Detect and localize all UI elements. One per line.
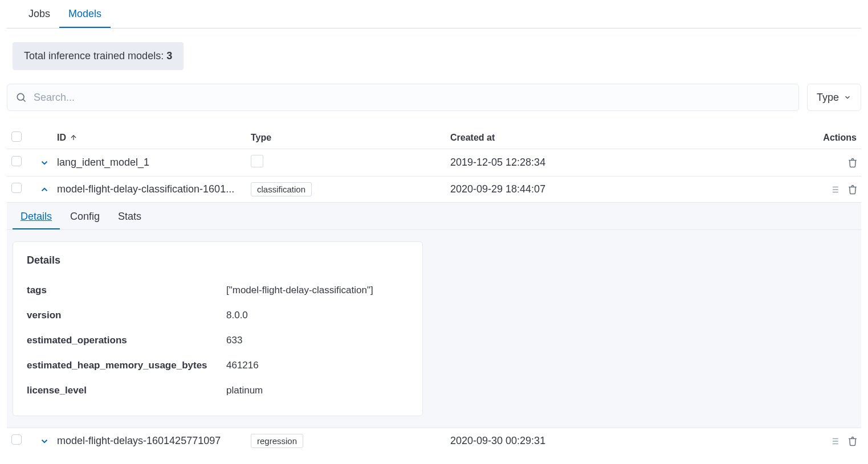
table-row: model-flight-delay-classification-1601..… [7, 176, 861, 203]
table-row: lang_ident_model_1 2019-12-05 12:28:34 [7, 149, 861, 176]
svg-point-0 [17, 93, 24, 100]
expanded-panel: Details Config Stats Details tags ["mode… [7, 203, 861, 428]
column-header-created-at[interactable]: Created at [450, 133, 781, 143]
detail-row: tags ["model-flight-delay-classification… [27, 278, 409, 303]
type-filter-button[interactable]: Type [807, 84, 861, 111]
column-header-actions: Actions [781, 133, 861, 143]
collapse-toggle[interactable] [32, 184, 57, 195]
trash-icon [847, 184, 858, 195]
detail-key: estimated_operations [27, 335, 226, 346]
detail-value: ["model-flight-delay-classification"] [226, 285, 409, 296]
detail-key: tags [27, 285, 226, 296]
details-card: Details tags ["model-flight-delay-classi… [13, 241, 423, 416]
list-icon [829, 184, 840, 195]
summary-label: Total inference trained models: [24, 50, 166, 61]
type-filter-label: Type [817, 92, 839, 104]
list-icon [829, 436, 840, 446]
type-badge: regression [251, 434, 303, 448]
chevron-down-icon [39, 436, 50, 446]
expand-toggle[interactable] [32, 436, 57, 446]
table-row: model-flight-delays-1601425771097 regres… [7, 428, 861, 454]
row-checkbox[interactable] [11, 434, 22, 445]
arrow-up-icon [70, 134, 78, 142]
type-badge: classification [251, 182, 312, 196]
detail-value: platinum [226, 385, 409, 396]
sub-tab-details[interactable]: Details [13, 203, 60, 229]
chevron-up-icon [39, 184, 50, 195]
expand-toggle[interactable] [32, 158, 57, 168]
search-row: Type [7, 84, 861, 111]
detail-value: 633 [226, 335, 409, 346]
row-created-at: 2020-09-29 18:44:07 [450, 183, 781, 195]
detail-value: 8.0.0 [226, 310, 409, 321]
tab-models[interactable]: Models [59, 0, 111, 28]
detail-key: license_level [27, 385, 226, 396]
chevron-down-icon [843, 93, 851, 101]
trash-icon [847, 436, 858, 446]
tab-jobs[interactable]: Jobs [19, 0, 59, 28]
detail-row: license_level platinum [27, 378, 409, 403]
row-id: model-flight-delay-classification-1601..… [57, 183, 251, 195]
row-id: model-flight-delays-1601425771097 [57, 435, 251, 447]
trash-icon [847, 158, 858, 168]
details-title: Details [27, 254, 409, 266]
detail-row: estimated_operations 633 [27, 328, 409, 353]
delete-button[interactable] [847, 184, 858, 195]
sub-tabs: Details Config Stats [7, 203, 861, 230]
delete-button[interactable] [847, 158, 858, 168]
svg-line-1 [23, 100, 26, 102]
row-checkbox[interactable] [11, 156, 22, 166]
main-tabs: Jobs Models [7, 0, 861, 28]
delete-button[interactable] [847, 436, 858, 446]
sub-tab-config[interactable]: Config [62, 203, 108, 229]
detail-row: version 8.0.0 [27, 303, 409, 328]
row-checkbox[interactable] [11, 183, 22, 193]
total-models-summary: Total inference trained models: 3 [13, 42, 184, 70]
detail-row: estimated_heap_memory_usage_bytes 461216 [27, 353, 409, 378]
detail-value: 461216 [226, 360, 409, 371]
sub-tab-stats[interactable]: Stats [110, 203, 149, 229]
row-created-at: 2020-09-30 00:29:31 [450, 435, 781, 447]
column-header-id[interactable]: ID [57, 133, 251, 143]
list-button[interactable] [829, 436, 840, 446]
detail-key: version [27, 310, 226, 321]
search-input[interactable] [27, 92, 790, 104]
detail-key: estimated_heap_memory_usage_bytes [27, 360, 226, 371]
list-button[interactable] [829, 184, 840, 195]
search-box[interactable] [7, 84, 799, 111]
chevron-down-icon [39, 158, 50, 168]
table-header: ID Type Created at Actions [7, 127, 861, 149]
column-header-type[interactable]: Type [251, 133, 450, 143]
search-icon [15, 92, 27, 103]
summary-count: 3 [166, 50, 172, 61]
row-id: lang_ident_model_1 [57, 157, 251, 169]
type-empty-icon [251, 155, 263, 167]
models-table: ID Type Created at Actions lang_ident_mo… [7, 127, 861, 454]
select-all-checkbox[interactable] [11, 132, 22, 142]
row-created-at: 2019-12-05 12:28:34 [450, 157, 781, 169]
